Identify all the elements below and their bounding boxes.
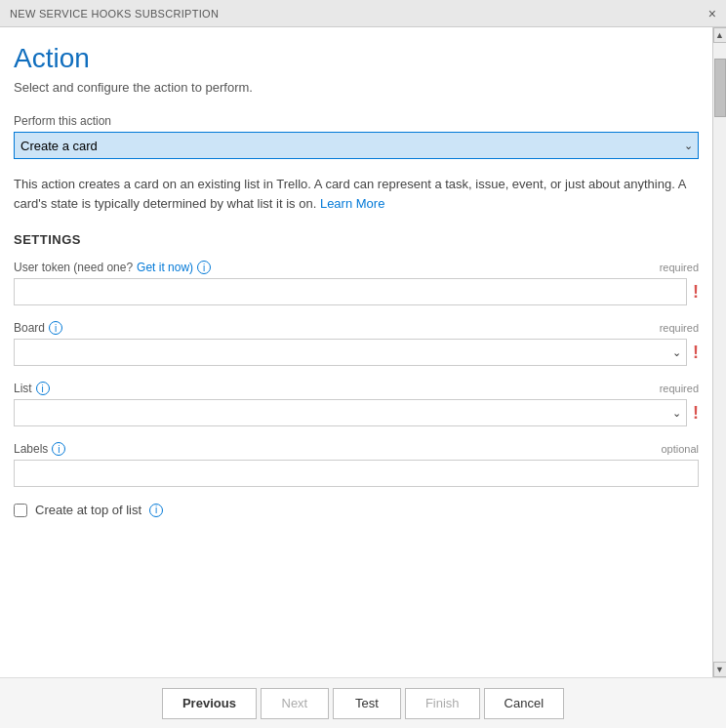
list-group: List i required ⌄ ! <box>14 382 699 426</box>
test-button[interactable]: Test <box>333 688 401 719</box>
list-select-wrapper: ⌄ <box>14 399 687 426</box>
perform-action-label: Perform this action <box>14 114 699 128</box>
board-group: Board i required ⌄ ! <box>14 321 699 366</box>
page-subtitle: Select and configure the action to perfo… <box>14 80 699 95</box>
finish-button[interactable]: Finish <box>405 688 480 719</box>
user-token-label-row: User token (need one? Get it now) i requ… <box>14 261 699 274</box>
board-select-wrapper: ⌄ <box>14 339 687 366</box>
user-token-required-label: required <box>660 262 699 273</box>
learn-more-link[interactable]: Learn More <box>320 196 384 211</box>
board-info-icon[interactable]: i <box>49 321 62 335</box>
previous-button[interactable]: Previous <box>162 688 257 719</box>
list-label-left: List i <box>14 382 50 395</box>
next-button[interactable]: Next <box>261 688 329 719</box>
perform-action-selected-value[interactable]: Create a card <box>14 132 699 159</box>
labels-label: Labels <box>14 442 48 456</box>
create-at-top-label: Create at top of list <box>35 503 141 517</box>
action-description: This action creates a card on an existin… <box>14 175 699 213</box>
labels-optional-label: optional <box>661 443 699 455</box>
create-at-top-checkbox[interactable] <box>14 504 27 517</box>
footer: Previous Next Test Finish Cancel <box>0 677 726 728</box>
board-error-icon: ! <box>693 343 699 363</box>
labels-label-left: Labels i <box>14 442 65 456</box>
labels-info-icon[interactable]: i <box>52 442 65 456</box>
list-label-row: List i required <box>14 382 699 395</box>
labels-input-row <box>14 460 699 487</box>
title-bar: NEW SERVICE HOOKS SUBSCRIPTION × <box>0 0 726 27</box>
user-token-error-icon: ! <box>693 282 699 303</box>
board-required-label: required <box>660 322 699 334</box>
create-at-top-row: Create at top of list i <box>14 503 699 517</box>
board-input-row: ⌄ ! <box>14 339 699 366</box>
create-at-top-info-icon[interactable]: i <box>149 504 163 517</box>
board-label-left: Board i <box>14 321 62 335</box>
user-token-label: User token (need one? <box>14 261 133 274</box>
perform-action-select-wrapper: Create a card ⌄ <box>14 132 699 159</box>
page-title: Action <box>14 43 699 74</box>
main-content: Action Select and configure the action t… <box>0 27 726 677</box>
board-label-row: Board i required <box>14 321 699 335</box>
user-token-input[interactable] <box>14 278 687 305</box>
close-button[interactable]: × <box>708 7 716 20</box>
labels-group: Labels i optional <box>14 442 699 487</box>
labels-label-row: Labels i optional <box>14 442 699 456</box>
board-label: Board <box>14 321 45 335</box>
title-bar-text: NEW SERVICE HOOKS SUBSCRIPTION <box>10 8 219 20</box>
list-label: List <box>14 382 32 395</box>
labels-input[interactable] <box>14 460 699 487</box>
user-token-label-left: User token (need one? Get it now) i <box>14 261 211 274</box>
settings-header: SETTINGS <box>14 232 699 247</box>
list-select[interactable] <box>14 399 687 426</box>
perform-action-group: Perform this action Create a card ⌄ <box>14 114 699 159</box>
list-info-icon[interactable]: i <box>36 382 50 395</box>
user-token-group: User token (need one? Get it now) i requ… <box>14 261 699 305</box>
get-it-now-link[interactable]: Get it now) <box>137 261 193 274</box>
list-input-row: ⌄ ! <box>14 399 699 426</box>
board-select[interactable] <box>14 339 687 366</box>
list-required-label: required <box>660 383 699 394</box>
user-token-info-icon[interactable]: i <box>197 261 211 274</box>
user-token-input-row: ! <box>14 278 699 305</box>
cancel-button[interactable]: Cancel <box>484 688 564 719</box>
list-error-icon: ! <box>693 403 699 424</box>
